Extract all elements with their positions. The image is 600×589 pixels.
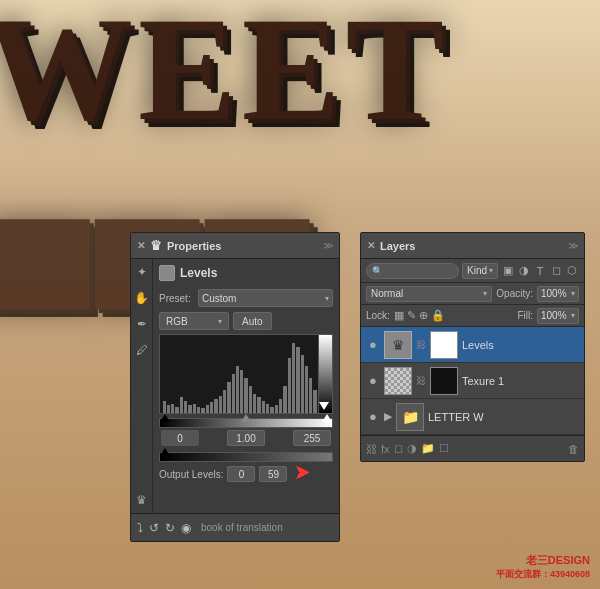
adjustment-filter-icon[interactable]: ◑ xyxy=(517,264,531,277)
layer-link-levels: ⛓ xyxy=(416,339,426,350)
layer-thumb-group: 📁 xyxy=(396,403,424,431)
layer-eye-letter-w[interactable]: ● xyxy=(366,409,380,424)
levels-thumbnail xyxy=(159,265,175,281)
layers-header-icons: ≫ xyxy=(568,240,578,251)
history-icon[interactable]: ↺ xyxy=(149,521,159,535)
search-icon: 🔍 xyxy=(372,266,383,276)
properties-panel-header: ✕ ♛ Properties ≫ xyxy=(131,233,339,259)
type-filter-icon[interactable]: T xyxy=(533,265,547,277)
pixel-filter-icon[interactable]: ▣ xyxy=(501,264,515,277)
kind-label: Kind xyxy=(467,265,487,276)
close-icon[interactable]: ✕ xyxy=(137,240,145,251)
auto-button[interactable]: Auto xyxy=(233,312,272,330)
properties-header-icons: ≫ xyxy=(323,240,333,251)
properties-bottom-bar: ⤵ ↺ ↻ ◉ book of translation xyxy=(131,513,339,541)
lock-label: Lock: xyxy=(366,310,390,321)
fill-stepper[interactable]: ▾ xyxy=(571,311,575,320)
output-values-row: Output Levels: 0 59 ⮞ xyxy=(159,465,333,483)
mid-point-slider[interactable] xyxy=(241,414,251,422)
mid-point-input[interactable]: 1.00 xyxy=(227,430,265,446)
adjustment-icon-bottom: ♛ xyxy=(133,491,151,509)
layer-thumb-texture-mask xyxy=(430,367,458,395)
layer-name-levels: Levels xyxy=(462,339,579,351)
lock-artboard-icon[interactable]: ⊕ xyxy=(419,309,428,322)
watermark: 老三DESIGN 平面交流群：43940608 xyxy=(496,553,590,581)
output-label: Output Levels: xyxy=(159,469,223,480)
output-min-input[interactable]: 0 xyxy=(227,466,255,482)
lock-icons-group: ▦ ✎ ⊕ 🔒 xyxy=(394,309,445,322)
link-layers-icon[interactable]: ⛓ xyxy=(366,443,377,455)
fill-value-field[interactable]: 100% ▾ xyxy=(537,308,579,324)
layers-close-icon[interactable]: ✕ xyxy=(367,240,375,251)
input-values-row: 0 1.00 255 xyxy=(159,430,333,446)
output-levels-slider[interactable] xyxy=(159,452,333,462)
histogram-bars xyxy=(160,335,332,413)
rgb-auto-row: RGB ▾ Auto xyxy=(159,312,333,330)
eyedropper-tool[interactable]: ✒ xyxy=(133,315,151,333)
channel-dropdown-arrow: ▾ xyxy=(218,317,222,326)
canvas-text: WEET xyxy=(0,0,449,143)
opacity-stepper[interactable]: ▾ xyxy=(571,289,575,298)
lock-pixel-icon[interactable]: ▦ xyxy=(394,309,404,322)
add-mask-icon[interactable]: ◻ xyxy=(394,442,403,455)
layers-expand-icon[interactable]: ≫ xyxy=(568,240,578,251)
hand-tool[interactable]: ✋ xyxy=(133,289,151,307)
layer-row-texture[interactable]: ● ⛓ Texure 1 xyxy=(361,363,584,399)
output-max-input[interactable]: 59 xyxy=(259,466,287,482)
new-layer-icon[interactable]: ☐ xyxy=(439,442,449,455)
preset-label: Preset: xyxy=(159,293,194,304)
layers-bottom-bar: ⛓ fx ◻ ◑ 📁 ☐ 🗑 xyxy=(361,435,584,461)
layer-thumb-texture-checker xyxy=(384,367,412,395)
blend-opacity-row: Normal ▾ Opacity: 100% ▾ xyxy=(361,283,584,305)
lock-all-icon[interactable]: 🔒 xyxy=(431,309,445,322)
white-point-arrow[interactable] xyxy=(319,402,329,410)
add-adjustment-icon[interactable]: ◑ xyxy=(407,442,417,455)
layers-kind-toolbar: 🔍 Kind ▾ ▣ ◑ T ◻ ⬡ xyxy=(361,259,584,283)
black-point-slider[interactable] xyxy=(160,414,170,422)
kind-filter-dropdown[interactable]: Kind ▾ xyxy=(462,263,498,279)
properties-panel-title: ✕ ♛ Properties xyxy=(137,238,221,253)
bottom-hint-text: book of translation xyxy=(201,522,283,533)
preset-row: Preset: Custom ▾ xyxy=(159,289,333,307)
layers-title-label: Layers xyxy=(380,240,415,252)
delete-layer-icon[interactable]: 🗑 xyxy=(568,443,579,455)
watermark-contact: 平面交流群：43940608 xyxy=(496,568,590,581)
blend-mode-label: Normal xyxy=(371,288,403,299)
shape-filter-icon[interactable]: ◻ xyxy=(549,264,563,277)
layer-name-texture: Texure 1 xyxy=(462,375,579,387)
targeted-tool[interactable]: 🖊 xyxy=(133,341,151,359)
channel-label: RGB xyxy=(166,316,188,327)
white-point-input[interactable]: 255 xyxy=(293,430,331,446)
channel-dropdown[interactable]: RGB ▾ xyxy=(159,312,229,330)
clip-to-layer-icon[interactable]: ⤵ xyxy=(137,521,143,535)
group-layers-icon[interactable]: 📁 xyxy=(421,442,435,455)
properties-left-tools: ✦ ✋ ✒ 🖊 ♛ xyxy=(131,259,153,513)
fill-label: Fill: xyxy=(517,310,533,321)
preset-dropdown[interactable]: Custom ▾ xyxy=(198,289,333,307)
blend-mode-dropdown[interactable]: Normal ▾ xyxy=(366,286,492,302)
visibility-icon[interactable]: ◉ xyxy=(181,521,191,535)
layer-row-letter-w[interactable]: ● ▶ 📁 LETTER W xyxy=(361,399,584,435)
point-sample-tool[interactable]: ✦ xyxy=(133,263,151,281)
output-black-point[interactable] xyxy=(160,448,170,456)
properties-expand-icon[interactable]: ≫ xyxy=(323,240,333,251)
smart-filter-icon[interactable]: ⬡ xyxy=(565,264,579,277)
red-arrow-indicator: ⮞ xyxy=(295,465,311,483)
white-point-slider[interactable] xyxy=(322,414,332,422)
layers-search-bar: 🔍 xyxy=(366,263,459,279)
black-point-input[interactable]: 0 xyxy=(161,430,199,446)
layer-eye-levels[interactable]: ● xyxy=(366,337,380,352)
opacity-value-field[interactable]: 100% ▾ xyxy=(537,286,579,302)
layer-link-texture: ⛓ xyxy=(416,375,426,386)
layer-thumb-levels-mask xyxy=(430,331,458,359)
layer-effects-icon[interactable]: fx xyxy=(381,443,390,455)
fill-value: 100% xyxy=(541,310,567,321)
reset-icon[interactable]: ↻ xyxy=(165,521,175,535)
input-levels-slider[interactable] xyxy=(159,418,333,428)
layers-panel: ✕ Layers ≫ 🔍 Kind ▾ ▣ ◑ T ◻ ⬡ Normal ▾ O… xyxy=(360,232,585,462)
lock-position-icon[interactable]: ✎ xyxy=(407,309,416,322)
lock-fill-row: Lock: ▦ ✎ ⊕ 🔒 Fill: 100% ▾ xyxy=(361,305,584,327)
layer-row-levels[interactable]: ● ♛ ⛓ Levels xyxy=(361,327,584,363)
group-expand-arrow[interactable]: ▶ xyxy=(384,410,392,423)
layer-eye-texture[interactable]: ● xyxy=(366,373,380,388)
